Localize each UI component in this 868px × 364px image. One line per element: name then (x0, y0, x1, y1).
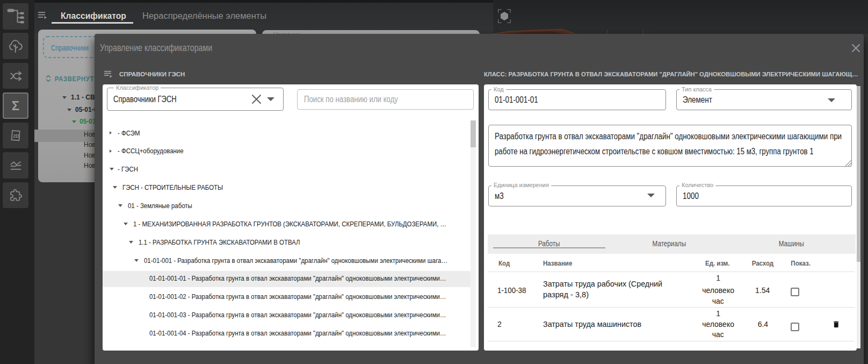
svg-text:2D: 2D (13, 133, 19, 139)
